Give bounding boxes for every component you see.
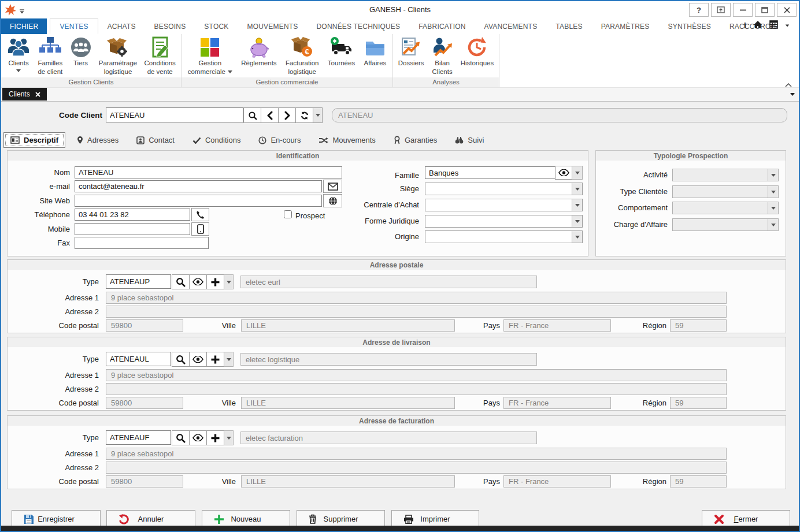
view-address-button[interactable]	[189, 430, 207, 445]
ribbon-utility-icons: i	[744, 20, 790, 31]
pin-window-button[interactable]	[711, 3, 731, 17]
mobile-input[interactable]	[75, 223, 190, 235]
facturation-logistique-button[interactable]: € Facturation logistique	[283, 35, 321, 77]
tab-besoins[interactable]: BESOINS	[145, 18, 195, 34]
add-address-button[interactable]	[206, 274, 224, 289]
tab-stock[interactable]: STOCK	[195, 18, 238, 34]
affaires-button[interactable]: Affaires	[362, 35, 389, 69]
tab-adresses[interactable]: Adresses	[71, 132, 125, 148]
close-tab-icon[interactable]	[35, 92, 40, 97]
tab-en-cours[interactable]: En-cours	[252, 132, 307, 148]
tab-tables[interactable]: TABLES	[546, 18, 591, 34]
ribbon-button-label2: logistique	[288, 68, 316, 76]
famille-dropdown[interactable]	[572, 166, 583, 180]
plus-icon	[214, 514, 224, 524]
close-button[interactable]	[777, 3, 797, 17]
files-analysis-icon	[399, 36, 423, 59]
fax-label: Fax	[8, 239, 70, 247]
code-client-input[interactable]	[106, 107, 243, 122]
reglements-button[interactable]: Règlements	[239, 35, 279, 69]
add-address-dropdown[interactable]	[224, 274, 234, 289]
refresh-record-button[interactable]	[295, 107, 313, 123]
maximize-button[interactable]	[755, 3, 775, 17]
gestion-commerciale-button[interactable]: Gestion commerciale	[186, 35, 235, 77]
next-record-button[interactable]	[278, 107, 296, 123]
siege-select[interactable]	[425, 183, 583, 195]
add-address-button[interactable]	[206, 430, 224, 445]
help-button[interactable]: ?	[689, 3, 709, 17]
minimize-button[interactable]	[733, 3, 753, 17]
tournees-button[interactable]: Tournées	[325, 35, 357, 69]
code-postal-label: Code postal	[8, 477, 99, 486]
call-phone-button[interactable]	[191, 208, 209, 221]
info-icon[interactable]: i	[744, 21, 746, 31]
undo-icon	[118, 514, 129, 524]
document-tab-clients[interactable]: Clients	[2, 88, 47, 101]
tab-syntheses[interactable]: SYNTHÈSES	[659, 18, 721, 34]
email-input[interactable]	[75, 180, 322, 192]
tab-descriptif[interactable]: Descriptif	[3, 132, 65, 148]
home-icon[interactable]	[753, 20, 762, 31]
activite-select[interactable]	[672, 169, 779, 181]
tab-parametres[interactable]: PARAMÈTRES	[592, 18, 659, 34]
view-address-button[interactable]	[189, 274, 207, 289]
dossiers-button[interactable]: Dossiers	[396, 35, 427, 69]
type-clientele-select[interactable]	[672, 185, 779, 198]
tab-donnees-techniques[interactable]: DONNÉES TECHNIQUES	[308, 18, 410, 34]
add-address-dropdown[interactable]	[224, 352, 234, 367]
conditions-de-vente-button[interactable]: Conditions de vente	[142, 35, 178, 77]
clients-button[interactable]: Clients	[4, 35, 33, 73]
search-address-button[interactable]	[172, 352, 190, 367]
famille-input[interactable]	[425, 166, 555, 179]
search-record-button[interactable]	[243, 107, 261, 123]
calculator-icon[interactable]	[769, 20, 778, 31]
call-mobile-button[interactable]	[191, 222, 209, 236]
tab-label: Suivi	[468, 136, 484, 144]
bottom-bar	[1, 526, 799, 531]
adresse1-label: Adresse 1	[8, 293, 99, 302]
address-type-input[interactable]	[106, 274, 171, 289]
tab-fabrication[interactable]: FABRICATION	[409, 18, 475, 34]
chevron-down-icon	[771, 224, 776, 226]
view-address-button[interactable]	[189, 352, 207, 367]
search-address-button[interactable]	[172, 430, 190, 445]
fax-input[interactable]	[75, 237, 209, 249]
familles-de-client-button[interactable]: Familles de client	[35, 35, 65, 77]
origine-select[interactable]	[425, 230, 583, 243]
refresh-options-dropdown[interactable]	[313, 107, 323, 123]
search-address-button[interactable]	[172, 274, 190, 289]
tab-achats[interactable]: ACHATS	[98, 18, 145, 34]
ribbon-button-label: Tiers	[73, 59, 88, 68]
centrale-achat-value	[425, 199, 572, 211]
tiers-button[interactable]: Tiers	[68, 35, 94, 69]
prospect-checkbox[interactable]	[284, 210, 292, 218]
calculator-dropdown-icon[interactable]	[786, 25, 789, 27]
charge-affaire-select[interactable]	[672, 218, 779, 231]
view-famille-button[interactable]	[555, 166, 572, 180]
chevron-down-icon	[575, 172, 580, 174]
bilan-clients-button[interactable]: Bilan Clients	[428, 35, 456, 77]
comportement-select[interactable]	[672, 202, 779, 214]
tab-list-dropdown-icon[interactable]	[790, 93, 795, 96]
parametrage-logistique-button[interactable]: Paramétrage logistique	[97, 35, 139, 77]
tab-avancements[interactable]: AVANCEMENTS	[475, 18, 547, 34]
historiques-button[interactable]: Historiques	[458, 35, 497, 69]
tab-suivi[interactable]: Suivi	[449, 132, 490, 148]
tab-contact[interactable]: Contact	[130, 132, 181, 148]
previous-record-button[interactable]	[261, 107, 279, 123]
nom-input[interactable]	[75, 166, 342, 178]
tab-mouvements[interactable]: MOUVEMENTS	[238, 18, 307, 34]
tab-fichier[interactable]: FICHIER	[1, 18, 47, 34]
address-type-input[interactable]	[106, 352, 171, 366]
add-address-button[interactable]	[206, 352, 224, 367]
tab-mouvements[interactable]: Mouvements	[312, 132, 382, 148]
tab-garanties[interactable]: Garanties	[387, 132, 443, 148]
tab-conditions[interactable]: Conditions	[186, 132, 247, 148]
add-address-dropdown[interactable]	[224, 430, 234, 445]
telephone-input[interactable]	[75, 209, 190, 221]
forme-juridique-select[interactable]	[425, 215, 583, 228]
centrale-achat-select[interactable]	[425, 199, 583, 211]
siteweb-input[interactable]	[75, 195, 322, 207]
tab-ventes[interactable]: VENTES	[50, 18, 98, 34]
address-type-input[interactable]	[106, 430, 171, 445]
